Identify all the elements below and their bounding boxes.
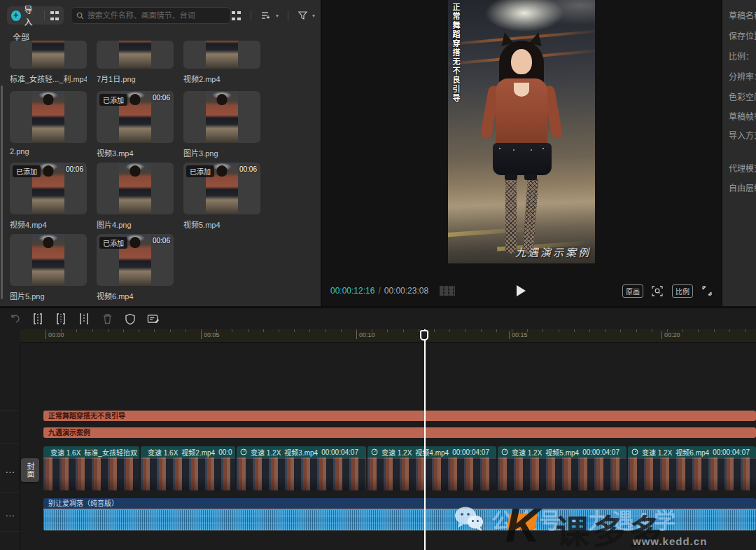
chest-art [514, 83, 529, 97]
media-thumbnail[interactable] [97, 41, 174, 69]
video-clip[interactable]: 变速 1.6X 视频2.mp4 00:0 [141, 446, 235, 490]
clip-duration: 00:00:04:07 [452, 448, 489, 456]
media-library-panel: + 导入 ▾ [0, 0, 321, 306]
added-badge: 已添加 [99, 237, 127, 249]
cover-button[interactable]: 封面 [21, 458, 39, 482]
frame-grid-icon[interactable] [440, 286, 455, 296]
media-item[interactable]: 已添加 00:06 视频5.mp4 [183, 163, 260, 230]
delete-icon[interactable] [101, 312, 113, 325]
media-thumbnail[interactable] [10, 234, 87, 286]
brand-url: www.kedd.cn [633, 535, 707, 547]
media-thumbnail[interactable] [97, 163, 174, 214]
sort-icon[interactable] [260, 11, 272, 20]
audio-track-more-button[interactable]: ... [6, 508, 15, 518]
speed-icon [631, 448, 638, 455]
media-sort-grid-icon[interactable] [50, 11, 59, 21]
media-item[interactable]: 已添加 00:06 视频3.mp4 [97, 91, 174, 158]
split-icon[interactable] [31, 312, 44, 325]
setting-free-layer-label: 自由层级 [729, 181, 756, 193]
media-filename: 2.png [10, 147, 87, 156]
chevron-down-icon[interactable]: ▾ [312, 13, 315, 19]
filmstrip [237, 458, 366, 490]
media-scrollbar[interactable] [1, 85, 3, 299]
original-quality-button[interactable]: 原画 [622, 284, 643, 298]
fullscreen-icon[interactable] [701, 285, 713, 296]
draft-settings-panel: 草稿名称 保存位置 比例： 分辨率： 色彩空间 草稿帧率 导入方式 代理模式 自… [722, 0, 756, 306]
playhead-line[interactable] [424, 329, 426, 550]
ruler-label: 00:20 [662, 331, 680, 339]
import-button[interactable]: + 导入 [11, 4, 39, 27]
clip-duration: 00:00:04:07 [713, 448, 750, 456]
media-thumbnail[interactable] [10, 91, 87, 143]
setting-proxy-mode-label: 代理模式 [729, 162, 756, 174]
setting-save-location-label: 保存位置 [729, 29, 756, 41]
media-filename: 标准_女孩轻..._利.mp4 [10, 73, 87, 84]
preview-zoom-icon[interactable] [652, 285, 664, 297]
signature-overlay: 九遇演示案例 [515, 245, 591, 259]
media-filename: 图片3.png [183, 147, 260, 158]
video-clip[interactable]: 变速 1.2X 视频6.mp4 00:00:04:07 [628, 446, 756, 490]
clip-name: 视频2.mp4 [181, 447, 215, 458]
speed-icon [240, 448, 247, 455]
media-thumbnail[interactable] [183, 91, 260, 143]
media-item[interactable]: 图片3.png [183, 91, 260, 158]
filter-icon[interactable] [298, 11, 308, 20]
setting-draft-name-label: 草稿名称 [729, 9, 756, 21]
speed-icon [501, 448, 508, 455]
duration-badge: 00:06 [66, 165, 83, 173]
media-thumbnail[interactable]: 已添加 00:06 [97, 91, 174, 143]
media-item[interactable]: 标准_女孩轻..._利.mp4 [10, 41, 87, 84]
video-preview[interactable]: 正常舞蹈穿搭无不良引导 九遇演示案例 [448, 0, 595, 263]
split-right-icon[interactable] [78, 312, 90, 325]
media-item[interactable]: 2.png [10, 91, 87, 156]
media-item[interactable]: 图片4.png [97, 163, 174, 230]
cover-edit-icon[interactable] [147, 312, 160, 325]
media-thumbnail[interactable]: 已添加 00:06 [97, 234, 174, 286]
media-item[interactable]: 视频2.mp4 [183, 41, 260, 84]
video-clip[interactable]: 变速 1.2X 视频4.mp4 00:00:04:07 [368, 446, 496, 490]
clip-speed: 变速 1.2X [251, 447, 281, 458]
media-toolbar: + 导入 ▾ [7, 6, 315, 25]
filmstrip [43, 458, 139, 490]
media-thumbnail[interactable] [10, 41, 87, 69]
media-item[interactable]: 已添加 00:06 视频4.mp4 [10, 163, 87, 230]
media-thumbnail[interactable]: 已添加 00:06 [183, 163, 260, 214]
filmstrip [498, 458, 626, 490]
import-label: 导入 [24, 4, 40, 27]
current-timecode: 00:00:12:16 [330, 286, 374, 296]
media-item[interactable]: 7月1日.png [97, 41, 174, 84]
media-item[interactable]: 已添加 00:06 视频6.mp4 [97, 234, 174, 301]
video-clip-header: 变速 1.6X 标准_女孩轻抬双 [43, 446, 139, 458]
clip-name: 视频5.mp4 [545, 447, 579, 458]
video-clip[interactable]: 变速 1.2X 视频5.mp4 00:00:04:07 [498, 446, 626, 490]
text-clip[interactable]: 九遇演示案例 [43, 427, 756, 438]
ruler-label: 00:10 [356, 331, 375, 339]
search-input[interactable] [88, 11, 225, 20]
video-clip[interactable]: 变速 1.2X 视频3.mp4 00:00:04:07 [237, 446, 366, 490]
play-button[interactable] [517, 285, 526, 296]
split-left-icon[interactable] [55, 312, 67, 325]
mask-shield-icon[interactable] [124, 312, 136, 325]
text-clip[interactable]: 正常舞蹈穿搭无不良引导 [43, 411, 756, 421]
person-thumbnail-art [32, 41, 64, 69]
clip-duration: 00:00:04:07 [321, 448, 358, 456]
filmstrip [628, 458, 756, 490]
preview-panel: 正常舞蹈穿搭无不良引导 九遇演示案例 00:00:12:16 / 00:00:2… [322, 0, 721, 306]
video-track-more-button[interactable]: ... [6, 465, 15, 475]
timeline-ruler[interactable]: 00:00 00:05 00:10 00:15 00:20 [20, 329, 756, 343]
chevron-down-icon[interactable]: ▾ [276, 13, 279, 19]
search-box[interactable] [71, 7, 231, 24]
ratio-button[interactable]: 比例 [672, 284, 693, 298]
media-item[interactable]: 图片5.png [10, 234, 87, 301]
preview-control-bar: 00:00:12:16 / 00:00:23:08 原画 比例 [322, 280, 721, 301]
timeline-toolbar [0, 308, 756, 329]
video-clip[interactable]: 变速 1.6X 标准_女孩轻抬双 [43, 446, 139, 490]
video-clip-header: 变速 1.2X 视频4.mp4 00:00:04:07 [368, 446, 496, 458]
media-thumbnail[interactable] [183, 41, 260, 69]
grid-view-icon[interactable] [231, 11, 241, 21]
duration-badge: 00:06 [239, 165, 257, 173]
media-thumbnail[interactable]: 已添加 00:06 [10, 163, 87, 214]
undo-icon[interactable] [8, 312, 21, 325]
playhead-handle[interactable] [420, 330, 428, 341]
face-art [511, 49, 532, 74]
